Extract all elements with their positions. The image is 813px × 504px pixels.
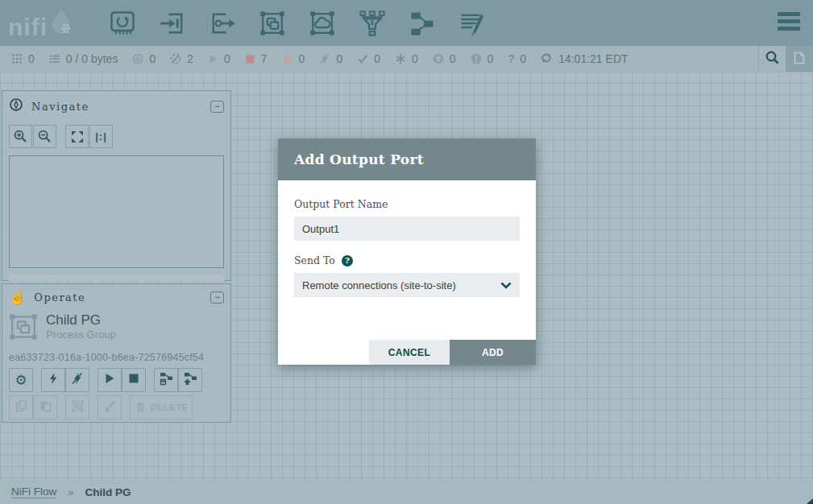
delete-button: DELETE xyxy=(130,395,193,419)
not-transmitting-count: 2 xyxy=(187,52,193,65)
label-icon[interactable] xyxy=(458,9,487,38)
search-icon xyxy=(765,50,780,68)
status-active-threads: 0 xyxy=(10,52,35,65)
create-template-button[interactable] xyxy=(154,368,178,392)
hand-pointer-icon: ☝ xyxy=(9,291,26,304)
gear-icon: ⚙ xyxy=(15,374,27,387)
status-items: 0 0 / 0 bytes 0 xyxy=(0,52,628,67)
remote-process-group-icon[interactable] xyxy=(308,9,337,38)
status-disabled: 0 xyxy=(318,52,342,65)
compass-icon xyxy=(9,97,23,115)
enable-button[interactable] xyxy=(41,368,65,392)
running-count: 0 xyxy=(224,52,230,65)
component-type: Process Group xyxy=(46,328,116,341)
status-stale: 0 xyxy=(432,52,456,65)
birdseye-minimap[interactable] xyxy=(9,155,224,268)
search-button[interactable] xyxy=(758,46,786,72)
bulletin-icon xyxy=(792,51,807,68)
group-icon xyxy=(71,399,85,416)
status-sync-failure: ? 0 xyxy=(507,52,526,65)
birdseye-brush xyxy=(9,275,224,281)
zoom-in-button[interactable] xyxy=(9,125,32,148)
fill-color-button xyxy=(97,395,122,419)
not-transmitting-icon xyxy=(169,52,182,65)
template-icon[interactable] xyxy=(408,9,437,38)
group-button xyxy=(65,395,89,419)
breadcrumb: NiFi Flow » Child PG xyxy=(0,480,813,504)
status-stopped: 7 xyxy=(244,52,268,65)
status-locally-modified: 0 xyxy=(394,52,418,65)
breadcrumb-current: Child PG xyxy=(85,486,131,498)
trash-icon xyxy=(135,401,147,415)
stopped-count: 7 xyxy=(261,52,268,65)
stale-count: 0 xyxy=(450,52,456,65)
status-refresh: 14:01:21 EDT xyxy=(540,52,628,67)
refresh-time: 14:01:21 EDT xyxy=(558,52,628,65)
status-up-to-date: 0 xyxy=(356,52,380,65)
copy-icon xyxy=(15,399,28,416)
running-icon xyxy=(207,53,219,65)
output-port-name-input[interactable] xyxy=(294,217,520,241)
status-not-transmitting: 2 xyxy=(169,52,193,65)
status-running: 0 xyxy=(207,52,230,65)
upload-template-button[interactable] xyxy=(178,368,202,392)
component-id: ea633723-016a-1000-b6ea-72576945cf54 xyxy=(2,345,230,363)
play-icon xyxy=(103,372,116,388)
zoom-fit-button[interactable] xyxy=(65,125,89,148)
stop-icon xyxy=(127,372,140,388)
configure-button[interactable]: ⚙ xyxy=(9,368,33,392)
send-to-label: Send To xyxy=(294,254,335,266)
funnel-icon[interactable] xyxy=(358,9,387,38)
help-icon[interactable]: ? xyxy=(342,255,353,266)
operate-collapse-icon[interactable]: − xyxy=(210,291,224,304)
bolt-slash-icon xyxy=(71,372,84,388)
zoom-out-button[interactable] xyxy=(33,125,56,148)
bulletin-board-button[interactable] xyxy=(786,46,813,72)
cancel-button[interactable]: CANCEL xyxy=(369,340,450,365)
stale-icon xyxy=(432,52,445,65)
delete-label: DELETE xyxy=(151,403,188,412)
output-port-name-label: Output Port Name xyxy=(294,198,520,210)
input-port-icon[interactable] xyxy=(158,9,187,38)
processor-icon[interactable] xyxy=(108,9,137,38)
locally-modified-stale-icon xyxy=(470,52,483,65)
breadcrumb-root-link[interactable]: NiFi Flow xyxy=(11,485,56,498)
queued-count: 0 / 0 bytes xyxy=(66,52,118,65)
paste-button xyxy=(33,395,57,419)
add-button[interactable]: ADD xyxy=(450,340,536,365)
global-menu-icon[interactable] xyxy=(778,12,800,34)
component-toolbar xyxy=(108,9,487,38)
disable-button[interactable] xyxy=(65,368,89,392)
process-group-icon[interactable] xyxy=(258,9,287,38)
chevron-down-icon xyxy=(500,278,512,292)
navigate-collapse-icon[interactable]: − xyxy=(210,101,224,113)
top-toolbar: nifi xyxy=(0,0,813,46)
stop-button[interactable] xyxy=(122,368,146,392)
invalid-icon xyxy=(281,52,294,65)
status-bar: 0 0 / 0 bytes 0 xyxy=(0,46,813,72)
active-threads-icon xyxy=(10,52,23,65)
active-threads-count: 0 xyxy=(28,52,35,65)
refresh-icon[interactable] xyxy=(540,52,553,67)
nifi-logo: nifi xyxy=(8,8,90,39)
invalid-count: 0 xyxy=(299,52,305,65)
one-to-one-icon: |:| xyxy=(95,130,107,143)
component-name: Child PG xyxy=(46,312,116,328)
nifi-logo-text: nifi xyxy=(8,16,48,39)
breadcrumb-separator: » xyxy=(68,486,73,498)
copy-button xyxy=(9,395,33,419)
navigate-title: Navigate xyxy=(31,101,210,113)
locally-modified-icon xyxy=(394,52,407,65)
output-port-icon[interactable] xyxy=(208,9,237,38)
status-queued: 0 / 0 bytes xyxy=(48,52,118,65)
status-transmitting: 0 xyxy=(131,52,156,65)
save-template-icon xyxy=(159,371,173,389)
start-button[interactable] xyxy=(97,368,122,392)
zoom-actual-size-button[interactable]: |:| xyxy=(89,125,113,148)
sync-failure-count: 0 xyxy=(520,52,526,65)
navigate-panel: Navigate − |:| xyxy=(2,90,231,281)
upload-template-icon xyxy=(183,371,197,389)
up-to-date-count: 0 xyxy=(374,52,380,65)
transmitting-icon xyxy=(131,52,144,65)
send-to-dropdown[interactable]: Remote connections (site-to-site) xyxy=(294,273,520,297)
